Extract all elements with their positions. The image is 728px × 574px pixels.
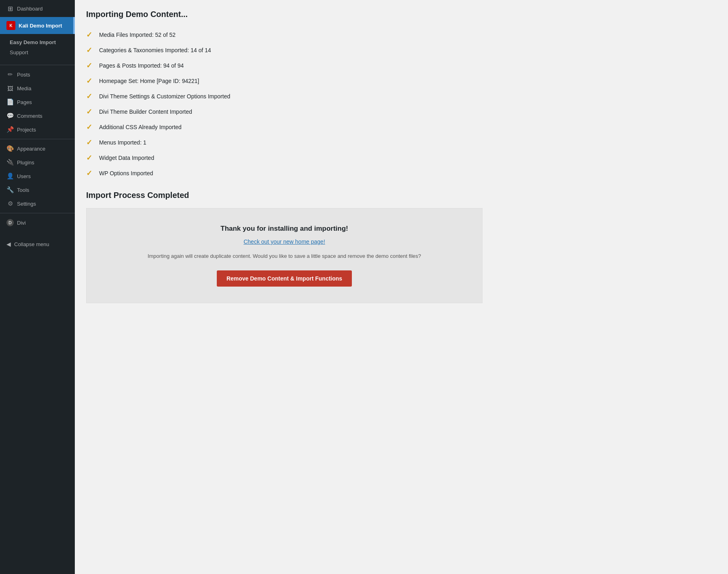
import-item-text: Homepage Set: Home [Page ID: 94221]: [99, 78, 199, 84]
import-list-item: ✓Pages & Posts Imported: 94 of 94: [86, 58, 717, 73]
sidebar-item-easy-demo[interactable]: Easy Demo Import: [0, 37, 75, 47]
checkmark-icon: ✓: [86, 123, 94, 132]
sidebar-item-kali[interactable]: K Kali Demo Import: [0, 17, 75, 34]
collapse-icon: ◀: [6, 241, 11, 247]
sidebar-divider-3: [0, 213, 75, 213]
import-item-text: WP Options Imported: [99, 170, 153, 176]
collapse-menu[interactable]: ◀ Collapse menu: [0, 238, 75, 251]
comments-icon: 💬: [6, 112, 14, 119]
checkmark-icon: ✓: [86, 92, 94, 101]
completion-box: Thank you for installing and importing! …: [86, 208, 483, 303]
import-item-text: Divi Theme Settings & Customizer Options…: [99, 93, 230, 100]
import-item-text: Widget Data Imported: [99, 155, 154, 161]
users-icon: 👤: [6, 172, 14, 180]
import-list-item: ✓Categories & Taxonomies Imported: 14 of…: [86, 43, 717, 58]
import-item-text: Pages & Posts Imported: 94 of 94: [99, 62, 184, 69]
dashboard-label: Dashboard: [17, 6, 43, 12]
sidebar-item-divi[interactable]: D Divi: [0, 216, 75, 230]
projects-icon: 📌: [6, 126, 14, 133]
pages-icon: 📄: [6, 98, 14, 106]
sidebar-item-comments[interactable]: 💬 Comments: [0, 109, 75, 123]
import-list: ✓Media Files Imported: 52 of 52✓Categori…: [86, 27, 717, 181]
import-list-item: ✓Divi Theme Builder Content Imported: [86, 104, 717, 119]
home-page-link[interactable]: Check out your new home page!: [99, 238, 470, 245]
checkmark-icon: ✓: [86, 169, 94, 178]
import-item-text: Categories & Taxonomies Imported: 14 of …: [99, 47, 211, 53]
media-icon: 🖼: [6, 85, 14, 92]
sidebar-item-appearance[interactable]: 🎨 Appearance: [0, 142, 75, 155]
checkmark-icon: ✓: [86, 77, 94, 85]
sidebar-item-plugins[interactable]: 🔌 Plugins: [0, 155, 75, 169]
checkmark-icon: ✓: [86, 61, 94, 70]
sidebar-item-support[interactable]: Support: [0, 47, 75, 57]
sidebar-divider: [0, 65, 75, 65]
checkmark-icon: ✓: [86, 153, 94, 162]
checkmark-icon: ✓: [86, 30, 94, 39]
import-item-text: Menus Imported: 1: [99, 139, 146, 146]
sidebar-item-posts[interactable]: ✏ Posts: [0, 68, 75, 81]
import-list-item: ✓Media Files Imported: 52 of 52: [86, 27, 717, 43]
checkmark-icon: ✓: [86, 138, 94, 147]
completed-title: Import Process Completed: [86, 191, 717, 200]
import-list-item: ✓Widget Data Imported: [86, 150, 717, 166]
sidebar-item-media[interactable]: 🖼 Media: [0, 81, 75, 95]
import-list-item: ✓Additional CSS Already Imported: [86, 119, 717, 135]
posts-icon: ✏: [6, 71, 14, 78]
import-list-item: ✓Homepage Set: Home [Page ID: 94221]: [86, 73, 717, 89]
kali-avatar: K: [6, 21, 15, 30]
page-title: Importing Demo Content...: [86, 10, 717, 19]
sidebar: ⊞ Dashboard K Kali Demo Import Easy Demo…: [0, 0, 75, 574]
kali-label: Kali Demo Import: [19, 23, 62, 29]
thank-you-text: Thank you for installing and importing!: [99, 225, 470, 233]
sidebar-item-pages[interactable]: 📄 Pages: [0, 95, 75, 109]
import-item-text: Additional CSS Already Imported: [99, 124, 182, 130]
dashboard-icon: ⊞: [6, 5, 14, 12]
import-item-text: Divi Theme Builder Content Imported: [99, 108, 192, 115]
main-content: Importing Demo Content... ✓Media Files I…: [75, 0, 728, 574]
checkmark-icon: ✓: [86, 46, 94, 55]
sidebar-item-tools[interactable]: 🔧 Tools: [0, 183, 75, 197]
sidebar-item-projects[interactable]: 📌 Projects: [0, 123, 75, 136]
tools-icon: 🔧: [6, 186, 14, 193]
duplicate-warning: Importing again will create duplicate co…: [99, 252, 470, 261]
sidebar-item-users[interactable]: 👤 Users: [0, 169, 75, 183]
sidebar-submenu: Easy Demo Import Support: [0, 34, 75, 62]
import-list-item: ✓Divi Theme Settings & Customizer Option…: [86, 89, 717, 104]
sidebar-item-settings[interactable]: ⚙ Settings: [0, 197, 75, 210]
divi-icon: D: [6, 219, 14, 226]
import-list-item: ✓WP Options Imported: [86, 166, 717, 181]
appearance-icon: 🎨: [6, 145, 14, 152]
sidebar-item-dashboard[interactable]: ⊞ Dashboard: [0, 0, 75, 17]
checkmark-icon: ✓: [86, 107, 94, 116]
sidebar-divider-2: [0, 139, 75, 139]
import-list-item: ✓Menus Imported: 1: [86, 135, 717, 150]
plugins-icon: 🔌: [6, 159, 14, 166]
import-item-text: Media Files Imported: 52 of 52: [99, 32, 176, 38]
remove-demo-button[interactable]: Remove Demo Content & Import Functions: [217, 270, 352, 287]
settings-icon: ⚙: [6, 200, 14, 207]
